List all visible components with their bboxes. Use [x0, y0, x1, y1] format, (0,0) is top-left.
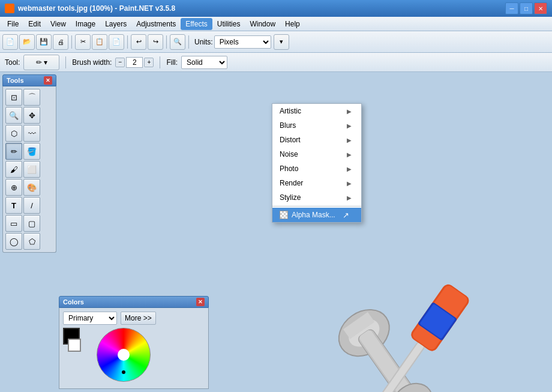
- separator2: [127, 35, 128, 49]
- colors-swatches-row: [63, 328, 205, 382]
- window-controls: ─ □ ✕: [505, 2, 547, 14]
- menu-adjustments[interactable]: Adjustments: [131, 18, 181, 30]
- units-select[interactable]: Pixels Inches Centimeters Percent: [214, 35, 271, 49]
- tool-move[interactable]: ✥: [23, 107, 40, 124]
- paste-button[interactable]: 📄: [109, 34, 124, 50]
- brush-width-increase[interactable]: +: [144, 58, 154, 67]
- app-icon: [5, 4, 14, 13]
- tools-svg: tipsOtricks.com: [312, 252, 540, 392]
- toolbar: 📄 📂 💾 🖨 ✂ 📋 📄 ↩ ↪ 🔍 Units: Pixels Inches…: [0, 31, 552, 53]
- menu-stylize[interactable]: Stylize ▶: [272, 190, 361, 205]
- tool-label: Tool:: [5, 58, 20, 67]
- tool-brush[interactable]: 🖌: [5, 161, 22, 178]
- artistic-arrow: ▶: [347, 108, 352, 115]
- menu-layers[interactable]: Layers: [100, 18, 131, 30]
- main-area: Tools ✕ ⊡ ⌒ 🔍 ✥ ⬡ 〰 ✏ 🪣 🖌 ⬜ ⊕ 🎨 T /: [0, 72, 552, 392]
- zoom-button[interactable]: 🔍: [170, 34, 185, 50]
- menu-separator: [272, 206, 361, 207]
- color-wheel[interactable]: [97, 328, 151, 382]
- fill-select[interactable]: Solid Gradient: [181, 56, 227, 69]
- tool-rect-select[interactable]: ⊡: [5, 89, 22, 106]
- tool-recolor[interactable]: 🎨: [23, 179, 40, 196]
- menu-image[interactable]: Image: [71, 18, 100, 30]
- separator4: [188, 35, 189, 49]
- noise-arrow: ▶: [347, 151, 352, 158]
- maximize-button[interactable]: □: [520, 2, 533, 14]
- menu-file[interactable]: File: [2, 18, 23, 30]
- colors-panel: Colors ✕ Primary Secondary More >>: [59, 296, 209, 392]
- tool-lasso[interactable]: ⌒: [23, 89, 40, 106]
- menu-blurs[interactable]: Blurs ▶: [272, 118, 361, 133]
- cursor-icon: ↗: [343, 211, 349, 220]
- menu-edit[interactable]: Edit: [23, 18, 46, 30]
- minimize-button[interactable]: ─: [505, 2, 518, 14]
- menu-distort[interactable]: Distort ▶: [272, 133, 361, 147]
- menu-view[interactable]: View: [46, 18, 71, 30]
- distort-arrow: ▶: [347, 137, 352, 143]
- stylize-arrow: ▶: [347, 194, 352, 201]
- photo-label: Photo: [280, 164, 298, 173]
- tool-text[interactable]: T: [5, 197, 22, 214]
- tools-grid: ⊡ ⌒ 🔍 ✥ ⬡ 〰 ✏ 🪣 🖌 ⬜ ⊕ 🎨 T / ▭ ▢ ◯ ⬠: [2, 86, 56, 253]
- extra-dropdown[interactable]: ▾: [274, 34, 289, 50]
- toolbar2: Tool: ✏ ▾ Brush width: − + Fill: Solid G…: [0, 53, 552, 72]
- tool-rounded-rect[interactable]: ▢: [23, 215, 40, 232]
- tools-panel-close[interactable]: ✕: [44, 76, 52, 85]
- artistic-label: Artistic: [280, 107, 301, 115]
- new-button[interactable]: 📄: [2, 34, 18, 50]
- menu-utilities[interactable]: Utilities: [212, 18, 245, 30]
- menu-effects[interactable]: Effects: [181, 18, 212, 30]
- tool-zoom[interactable]: 🔍: [5, 107, 22, 124]
- alpha-mask-icon: [280, 211, 288, 219]
- menu-alpha-mask[interactable]: Alpha Mask... ↗: [272, 208, 361, 222]
- stylize-label: Stylize: [280, 193, 301, 202]
- colors-panel-close[interactable]: ✕: [196, 298, 205, 306]
- colors-body: Primary Secondary More >>: [59, 308, 209, 389]
- colors-top-row: Primary Secondary More >>: [63, 312, 205, 325]
- print-button[interactable]: 🖨: [53, 34, 68, 50]
- tool-clone-stamp[interactable]: ⊕: [5, 179, 22, 196]
- color-wheel-dot: [122, 370, 125, 374]
- open-button[interactable]: 📂: [19, 34, 35, 50]
- brush-width-stepper: − +: [115, 57, 154, 68]
- tool-paint-bucket[interactable]: 🪣: [23, 143, 40, 160]
- tool-ellipse[interactable]: ◯: [5, 233, 22, 250]
- tool-magic-wand[interactable]: ⬡: [5, 125, 22, 142]
- tool-freeform-shape[interactable]: ⬠: [23, 233, 40, 250]
- save-button[interactable]: 💾: [36, 34, 52, 50]
- colors-mode-select[interactable]: Primary Secondary: [63, 312, 117, 325]
- colors-more-button[interactable]: More >>: [121, 312, 156, 325]
- tool-line[interactable]: /: [23, 197, 40, 214]
- tool-eraser[interactable]: ⬜: [23, 161, 40, 178]
- tool-selector[interactable]: ✏ ▾: [23, 55, 59, 70]
- tool-rectangle[interactable]: ▭: [5, 215, 22, 232]
- menu-window[interactable]: Window: [245, 18, 280, 30]
- undo-button[interactable]: ↩: [131, 34, 146, 50]
- menu-render[interactable]: Render ▶: [272, 176, 361, 190]
- color-wheel-center: [118, 349, 130, 361]
- tool-freeform-select[interactable]: 〰: [23, 125, 40, 142]
- menu-help[interactable]: Help: [280, 18, 305, 30]
- brush-width-decrease[interactable]: −: [115, 58, 125, 67]
- menu-photo[interactable]: Photo ▶: [272, 161, 361, 176]
- cut-button[interactable]: ✂: [75, 34, 91, 50]
- close-button[interactable]: ✕: [534, 2, 547, 14]
- secondary-swatch[interactable]: [68, 339, 81, 352]
- brush-width-input[interactable]: [126, 57, 143, 68]
- redo-button[interactable]: ↪: [148, 34, 163, 50]
- blurs-arrow: ▶: [347, 122, 352, 129]
- fill-label: Fill:: [166, 58, 178, 67]
- menu-bar: File Edit View Image Layers Adjustments …: [0, 17, 552, 31]
- title-bar: webmaster tools.jpg (100%) - Paint.NET v…: [0, 0, 552, 17]
- separator: [71, 35, 72, 49]
- menu-noise[interactable]: Noise ▶: [272, 147, 361, 161]
- blurs-label: Blurs: [280, 121, 296, 130]
- color-swatches-container: [63, 328, 93, 382]
- units-toolbar-label: Units:: [194, 38, 213, 46]
- tools-panel: Tools ✕ ⊡ ⌒ 🔍 ✥ ⬡ 〰 ✏ 🪣 🖌 ⬜ ⊕ 🎨 T /: [0, 72, 59, 392]
- copy-button[interactable]: 📋: [92, 34, 107, 50]
- tool-pencil[interactable]: ✏: [5, 143, 22, 160]
- render-label: Render: [280, 179, 303, 187]
- menu-artistic[interactable]: Artistic ▶: [272, 104, 361, 118]
- alpha-mask-label: Alpha Mask...: [292, 211, 335, 219]
